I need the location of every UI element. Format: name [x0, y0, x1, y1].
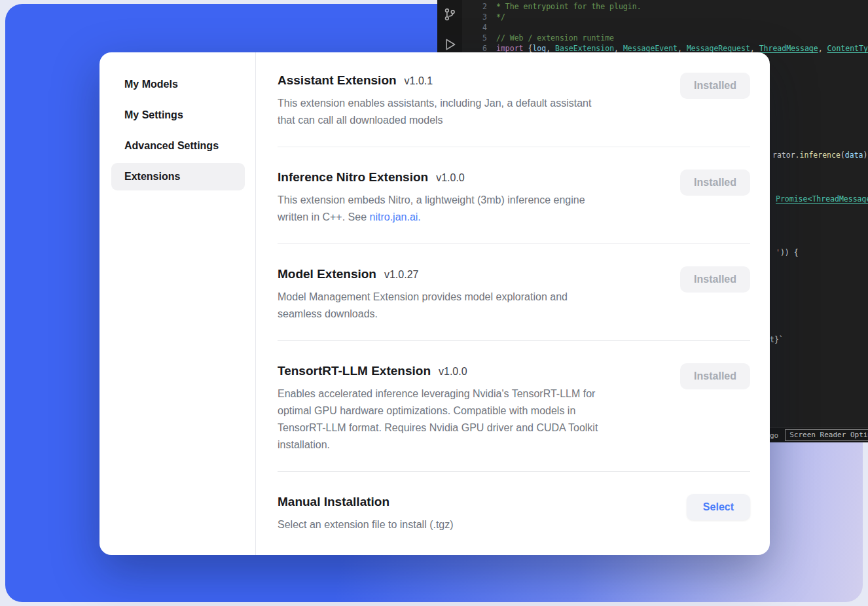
line-number: 2 [462, 1, 496, 12]
code-token: // Web / extension runtime [496, 33, 614, 43]
code-fragment: Promise<ThreadMessage> [776, 194, 868, 204]
extension-version: v1.0.0 [436, 172, 465, 184]
nitro-jan-ai-link[interactable]: nitro.jan.ai. [370, 211, 421, 223]
installed-button[interactable]: Installed [680, 266, 750, 293]
source-control-icon[interactable] [443, 7, 457, 22]
line-number: 5 [462, 33, 496, 43]
extension-section-inference-nitro: Inference Nitro Extension v1.0.0 This ex… [278, 147, 750, 244]
extension-version: v1.0.0 [439, 366, 467, 378]
extension-title-row: Manual Installation [278, 494, 667, 510]
extensions-panel: Assistant Extension v1.0.1 This extensio… [256, 52, 770, 555]
sidebar-item-my-models[interactable]: My Models [111, 71, 245, 98]
status-text: go [770, 431, 778, 440]
settings-modal: My Models My Settings Advanced Settings … [99, 52, 770, 555]
extension-version: v1.0.27 [384, 269, 418, 281]
line-number: 3 [462, 12, 496, 22]
code-line: 3 */ [462, 12, 868, 22]
installed-button[interactable]: Installed [680, 363, 750, 389]
code-area: 2 * The entrypoint for the plugin. 3 */ … [462, 1, 868, 54]
screen-reader-badge[interactable]: Screen Reader Optimize [785, 429, 868, 441]
status-bar-items: go Screen Reader Optimize [770, 428, 868, 442]
installed-button[interactable]: Installed [680, 73, 750, 99]
extension-version: v1.0.1 [405, 75, 433, 87]
code-fragment: rator.inference(data)); [772, 151, 868, 160]
extension-info: Inference Nitro Extension v1.0.0 This ex… [278, 169, 680, 226]
select-file-button[interactable]: Select [687, 494, 750, 520]
code-fragment: t}` [770, 335, 784, 344]
code-token: ContentType [827, 44, 868, 53]
extension-info: TensortRT-LLM Extension v1.0.0 Enables a… [278, 363, 680, 454]
extension-section-tensorrt-llm: TensortRT-LLM Extension v1.0.0 Enables a… [278, 341, 750, 472]
manual-installation-description: Select an extension file to install (.tg… [278, 516, 667, 533]
code-token: * The entrypoint for the plugin. [496, 1, 642, 12]
code-line: 4 [462, 22, 868, 33]
extension-section-assistant: Assistant Extension v1.0.1 This extensio… [278, 52, 750, 147]
extension-section-model: Model Extension v1.0.27 Model Management… [278, 244, 750, 341]
extension-title-row: Inference Nitro Extension v1.0.0 [278, 169, 660, 185]
extension-name: TensortRT-LLM Extension [278, 363, 431, 379]
extension-info: Model Extension v1.0.27 Model Management… [278, 266, 680, 323]
extension-name: Inference Nitro Extension [278, 169, 428, 185]
code-line: 5 // Web / extension runtime [462, 33, 868, 43]
code-token: import [496, 44, 528, 53]
extension-name: Assistant Extension [278, 73, 397, 88]
extension-description: Enables accelerated inference leveraging… [278, 385, 660, 454]
code-token: , [678, 44, 687, 53]
code-token: , [818, 44, 827, 53]
code-token: MessageEvent [623, 44, 678, 53]
code-token: log [532, 44, 546, 53]
extension-title-row: Model Extension v1.0.27 [278, 266, 660, 282]
extension-description: Model Management Extension provides mode… [278, 289, 660, 323]
code-line: 2 * The entrypoint for the plugin. [462, 1, 868, 12]
sidebar-item-extensions[interactable]: Extensions [111, 163, 245, 190]
line-number: 4 [462, 22, 496, 33]
code-token: , [546, 44, 555, 53]
extension-info: Manual Installation Select an extension … [278, 494, 687, 533]
settings-sidebar: My Models My Settings Advanced Settings … [99, 52, 256, 555]
run-debug-icon[interactable] [443, 37, 457, 52]
code-token: */ [496, 12, 505, 22]
extension-title-row: TensortRT-LLM Extension v1.0.0 [278, 363, 660, 379]
code-token: ThreadMessage [759, 44, 818, 53]
code-token: MessageRequest [687, 44, 750, 53]
sidebar-item-advanced-settings[interactable]: Advanced Settings [111, 132, 245, 160]
extension-name: Model Extension [278, 266, 376, 282]
code-fragment: ')) { [776, 248, 799, 257]
extension-info: Assistant Extension v1.0.1 This extensio… [278, 73, 680, 129]
code-token: , [750, 44, 759, 53]
extension-description: This extension embeds Nitro, a lightweig… [278, 192, 660, 226]
manual-installation-section: Manual Installation Select an extension … [278, 472, 750, 551]
sidebar-item-my-settings[interactable]: My Settings [111, 101, 245, 129]
extension-title-row: Assistant Extension v1.0.1 [278, 73, 660, 88]
extension-description: This extension enables assistants, inclu… [278, 95, 660, 129]
code-token: , [614, 44, 623, 53]
installed-button[interactable]: Installed [680, 169, 750, 196]
manual-installation-title: Manual Installation [278, 494, 389, 510]
code-token: BaseExtension [555, 44, 614, 53]
